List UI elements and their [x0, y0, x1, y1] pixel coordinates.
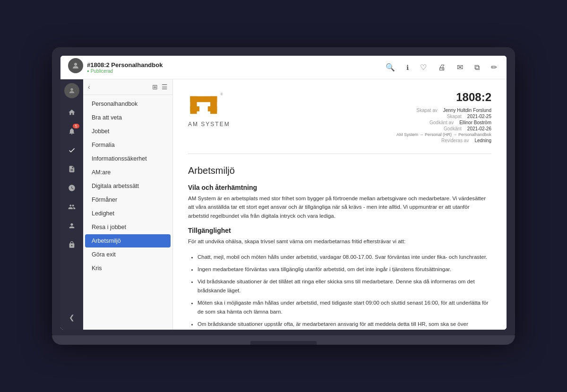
- meta-skapat-av-label: Skapat av: [416, 108, 437, 113]
- meta-godkant-av-label: Godkänt av: [430, 120, 454, 125]
- meta-godkant-av-value: Ellinor Boström: [459, 120, 491, 125]
- logo-text: AM SYSTEM: [188, 121, 230, 128]
- copy-icon[interactable]: ⧉: [472, 61, 481, 74]
- header-bar: #1808:2 Personalhandbok Publicerad 🔍 ℹ ♡…: [60, 56, 507, 79]
- notification-badge: 5: [73, 124, 79, 128]
- nav-item-bra-att-veta[interactable]: Bra att veta: [85, 111, 171, 124]
- subsection-1-paragraph: AM System är en arbetsplats med stor fri…: [188, 194, 491, 220]
- nav-item-digitala[interactable]: Digitala arbetssätt: [85, 179, 171, 193]
- doc-status: Publicerad: [87, 68, 163, 74]
- nav-item-informationssakerhet[interactable]: Informationssäkerhet: [85, 152, 171, 165]
- mail-icon[interactable]: ✉: [455, 61, 465, 74]
- nav-item-jobbet[interactable]: Jobbet: [85, 125, 171, 138]
- section-title: Arbetsmiljö: [188, 165, 491, 176]
- avatar[interactable]: [68, 58, 83, 73]
- doc-view[interactable]: ®: [173, 79, 507, 330]
- svg-rect-5: [190, 96, 217, 102]
- list-item: Ingen medarbetare förväntas vara tillgän…: [198, 265, 491, 273]
- svg-text:®: ®: [220, 93, 223, 96]
- subsection-1-title: Vila och återhämtning: [188, 184, 491, 191]
- document-icon[interactable]: [63, 161, 80, 178]
- nav-item-ledighet[interactable]: Ledighet: [85, 207, 171, 220]
- meta-revideras-value: Ledning: [474, 138, 491, 143]
- main-area: 5: [60, 79, 507, 330]
- meta-skapat-av: Skapat av Jenny Hultdin Forslund: [396, 108, 491, 113]
- nav-item-gora-exit[interactable]: Göra exit: [85, 248, 171, 261]
- user-avatar[interactable]: [64, 83, 79, 98]
- notification-icon[interactable]: 5: [63, 123, 80, 140]
- screen-bezel: #1808:2 Personalhandbok Publicerad 🔍 ℹ ♡…: [52, 47, 515, 335]
- doc-info: #1808:2 Personalhandbok Publicerad: [87, 61, 163, 74]
- tillganglighet-list: Chatt, mejl, mobil och möten hålls under…: [188, 253, 491, 329]
- lock-icon[interactable]: [63, 236, 80, 253]
- subsection-2-intro: För att undvika ohälsa, skapa trivsel sa…: [188, 237, 491, 246]
- print-icon[interactable]: 🖨: [436, 61, 447, 74]
- meta-skapat-value: 2021-02-25: [467, 114, 491, 119]
- doc-number: 1808:2: [396, 91, 491, 104]
- meta-godkant: Godkänt 2021-02-26: [396, 126, 491, 131]
- subsection-2-title: Tillgänglighet: [188, 227, 491, 234]
- check-icon[interactable]: [63, 142, 80, 159]
- meta-godkant-av: Godkänt av Ellinor Boström: [396, 120, 491, 125]
- list-view-icon[interactable]: ☰: [162, 83, 168, 91]
- meta-breadcrumb: AM System → Personal (HR) → Personalhand…: [396, 132, 491, 137]
- info-icon[interactable]: ℹ: [404, 62, 411, 73]
- nav-panel: ‹ ⊞ ☰ Personalhandbok Bra att veta Jobbe…: [83, 79, 173, 330]
- edit-icon[interactable]: ✏: [489, 61, 499, 74]
- nav-panel-header: ‹ ⊞ ☰: [83, 79, 172, 95]
- list-item: Chatt, mejl, mobil och möten hålls under…: [198, 253, 491, 261]
- header-tools: 🔍 ℹ ♡ 🖨 ✉ ⧉ ✏: [384, 61, 499, 74]
- svg-rect-6: [190, 106, 199, 111]
- am-logo-svg: ®: [188, 91, 226, 119]
- meta-skapat: Skapat 2021-02-25: [396, 114, 491, 119]
- person-icon[interactable]: [63, 217, 80, 234]
- org-icon[interactable]: [63, 198, 80, 215]
- clock-icon[interactable]: [63, 179, 80, 196]
- meta-revideras-label: Revideras av: [441, 138, 469, 143]
- doc-title: #1808:2 Personalhandbok: [87, 61, 163, 68]
- nav-panel-actions: ⊞ ☰: [152, 83, 168, 91]
- doc-meta: 1808:2 Skapat av Jenny Hultdin Forslund …: [396, 91, 491, 144]
- app-container: #1808:2 Personalhandbok Publicerad 🔍 ℹ ♡…: [60, 56, 507, 330]
- laptop-shell: #1808:2 Personalhandbok Publicerad 🔍 ℹ ♡…: [52, 47, 515, 345]
- nav-item-arbetsmiljo[interactable]: Arbetsmiljö: [85, 234, 171, 247]
- list-item: Möten ska i möjligaste mån hållas under …: [198, 298, 491, 316]
- laptop-base: [52, 335, 515, 345]
- sidebar-dark: 5: [60, 79, 83, 330]
- back-icon[interactable]: ‹: [88, 83, 90, 91]
- nav-item-resa[interactable]: Resa i jobbet: [85, 221, 171, 234]
- nav-item-formalia[interactable]: Formalia: [85, 138, 171, 152]
- svg-point-1: [70, 88, 73, 91]
- meta-revideras: Revideras av Ledning: [396, 138, 491, 143]
- heart-icon[interactable]: ♡: [418, 61, 429, 74]
- nav-item-kris[interactable]: Kris: [85, 262, 171, 275]
- svg-point-0: [74, 63, 77, 66]
- list-item: Vid brådskande situationer är det tillåt…: [198, 277, 491, 295]
- meta-godkant-value: 2021-02-26: [467, 126, 491, 131]
- doc-logo: ®: [188, 91, 230, 128]
- doc-header: ®: [188, 91, 491, 154]
- meta-godkant-label: Godkänt: [444, 126, 462, 131]
- laptop-screen: #1808:2 Personalhandbok Publicerad 🔍 ℹ ♡…: [60, 56, 507, 330]
- collapse-sidebar-button[interactable]: ❮: [63, 309, 80, 326]
- grid-view-icon[interactable]: ⊞: [152, 83, 158, 91]
- meta-skapat-av-value: Jenny Hultdin Forslund: [443, 108, 491, 113]
- home-icon[interactable]: [63, 104, 80, 121]
- list-item: Om brådskande situationer uppstår ofta, …: [198, 320, 491, 328]
- nav-item-amare[interactable]: AM:are: [85, 166, 171, 179]
- nav-item-personalhandbok[interactable]: Personalhandbok: [85, 97, 171, 111]
- meta-breadcrumb-value: AM System → Personal (HR) → Personalhand…: [396, 132, 491, 137]
- search-icon[interactable]: 🔍: [384, 61, 397, 74]
- meta-skapat-label: Skapat: [447, 114, 462, 119]
- nav-items: Personalhandbok Bra att veta Jobbet Form…: [83, 95, 172, 330]
- svg-rect-7: [208, 106, 217, 111]
- nav-item-formaner[interactable]: Förmåner: [85, 193, 171, 206]
